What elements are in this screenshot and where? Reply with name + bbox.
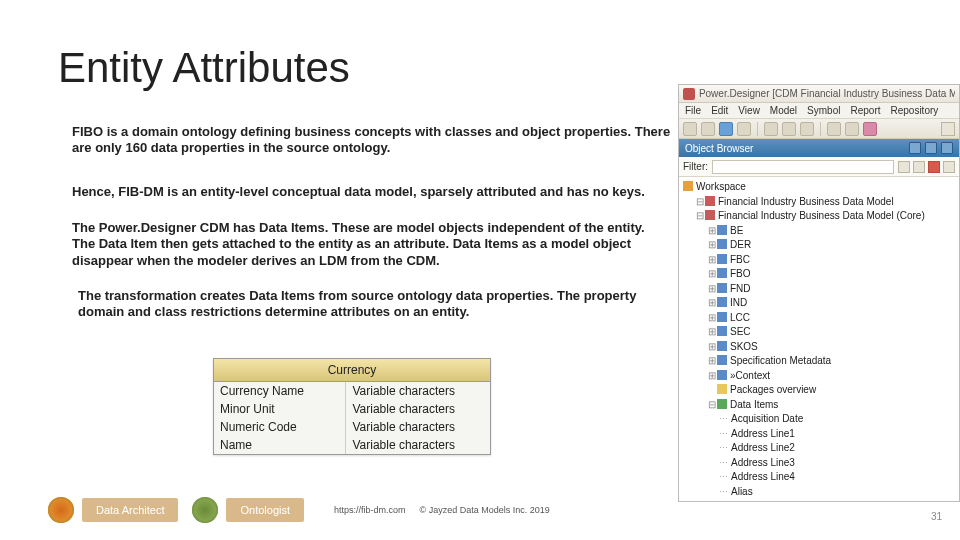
cut-icon[interactable] bbox=[764, 122, 778, 136]
copy-icon[interactable] bbox=[782, 122, 796, 136]
window-title: Power.Designer [CDM Financial Industry B… bbox=[699, 88, 955, 99]
new-icon[interactable] bbox=[683, 122, 697, 136]
footer-copyright: © Jayzed Data Models Inc. 2019 bbox=[420, 505, 550, 515]
role-data-architect: Data Architect bbox=[82, 498, 178, 522]
attr-type: Variable characters bbox=[346, 418, 490, 436]
package-icon bbox=[717, 283, 727, 293]
dropdown-icon[interactable] bbox=[925, 142, 937, 154]
tree-data-item[interactable]: Acquisition Date bbox=[681, 412, 957, 427]
currency-entity-table: Currency Currency Name Variable characte… bbox=[213, 358, 491, 455]
print-icon[interactable] bbox=[737, 122, 751, 136]
tree-package[interactable]: ⊞IND bbox=[681, 296, 957, 311]
attr-name: Name bbox=[214, 436, 346, 454]
tree-package[interactable]: ⊞FBO bbox=[681, 267, 957, 282]
menu-edit[interactable]: Edit bbox=[711, 105, 728, 116]
package-icon bbox=[717, 370, 727, 380]
filter-options-icon[interactable] bbox=[913, 161, 925, 173]
open-icon[interactable] bbox=[701, 122, 715, 136]
menu-view[interactable]: View bbox=[738, 105, 760, 116]
toolbar-separator bbox=[757, 122, 758, 136]
filter-apply-icon[interactable] bbox=[898, 161, 910, 173]
undo-icon[interactable] bbox=[827, 122, 841, 136]
window-titlebar: Power.Designer [CDM Financial Industry B… bbox=[679, 85, 959, 103]
object-tree[interactable]: Workspace ⊟Financial Industry Business D… bbox=[679, 177, 959, 501]
tree-package[interactable]: ⊞FND bbox=[681, 282, 957, 297]
menu-model[interactable]: Model bbox=[770, 105, 797, 116]
tree-data-item[interactable]: Alternative Language Local Name bbox=[681, 499, 957, 501]
footer-link: https://fib-dm.com bbox=[334, 505, 406, 515]
diagram-icon bbox=[717, 384, 727, 394]
tree-package[interactable]: ⊞BE bbox=[681, 224, 957, 239]
data-items-icon bbox=[717, 399, 727, 409]
save-icon[interactable] bbox=[719, 122, 733, 136]
package-icon bbox=[717, 355, 727, 365]
package-icon bbox=[717, 312, 727, 322]
role-ontologist: Ontologist bbox=[226, 498, 304, 522]
model-icon bbox=[705, 196, 715, 206]
close-icon[interactable] bbox=[941, 142, 953, 154]
attr-name: Numeric Code bbox=[214, 418, 346, 436]
table-row: Name Variable characters bbox=[214, 436, 490, 454]
paste-icon[interactable] bbox=[800, 122, 814, 136]
redo-icon[interactable] bbox=[845, 122, 859, 136]
data-architect-icon bbox=[48, 497, 74, 523]
filter-input[interactable] bbox=[712, 160, 894, 174]
attr-name: Currency Name bbox=[214, 382, 346, 400]
tree-package[interactable]: ⊞Specification Metadata bbox=[681, 354, 957, 369]
tree-model[interactable]: ⊟Financial Industry Business Data Model … bbox=[681, 209, 957, 224]
tree-package[interactable]: ⊞SEC bbox=[681, 325, 957, 340]
toolbar bbox=[679, 119, 959, 139]
tree-data-item[interactable]: Address Line2 bbox=[681, 441, 957, 456]
toolbar-separator bbox=[820, 122, 821, 136]
menu-file[interactable]: File bbox=[685, 105, 701, 116]
tree-data-item[interactable]: Address Line4 bbox=[681, 470, 957, 485]
tree-data-item[interactable]: Address Line1 bbox=[681, 427, 957, 442]
powerdesigner-window: Power.Designer [CDM Financial Industry B… bbox=[678, 84, 960, 502]
filter-bar: Filter: bbox=[679, 157, 959, 177]
tree-data-items[interactable]: ⊟Data Items bbox=[681, 398, 957, 413]
tree-data-item[interactable]: Address Line3 bbox=[681, 456, 957, 471]
package-icon bbox=[717, 297, 727, 307]
tree-package[interactable]: ⊞DER bbox=[681, 238, 957, 253]
workspace-icon bbox=[683, 181, 693, 191]
paragraph-4: The transformation creates Data Items fr… bbox=[78, 288, 658, 321]
toolbar-overflow-icon[interactable] bbox=[941, 122, 955, 136]
menubar[interactable]: File Edit View Model Symbol Report Repos… bbox=[679, 103, 959, 119]
package-icon bbox=[717, 326, 727, 336]
menu-repository[interactable]: Repository bbox=[890, 105, 938, 116]
table-row: Minor Unit Variable characters bbox=[214, 400, 490, 418]
page-number: 31 bbox=[931, 511, 942, 522]
table-row: Numeric Code Variable characters bbox=[214, 418, 490, 436]
find-icon[interactable] bbox=[863, 122, 877, 136]
attr-type: Variable characters bbox=[346, 400, 490, 418]
attr-name: Minor Unit bbox=[214, 400, 346, 418]
package-icon bbox=[717, 225, 727, 235]
attr-type: Variable characters bbox=[346, 436, 490, 454]
paragraph-1: FIBO is a domain ontology defining busin… bbox=[72, 124, 672, 157]
tree-model[interactable]: ⊟Financial Industry Business Data Model bbox=[681, 195, 957, 210]
package-icon bbox=[717, 254, 727, 264]
slide-title: Entity Attributes bbox=[58, 44, 350, 92]
tree-package[interactable]: ⊞»Context bbox=[681, 369, 957, 384]
tree-package[interactable]: ⊞LCC bbox=[681, 311, 957, 326]
ontologist-icon bbox=[192, 497, 218, 523]
paragraph-3: The Power.Designer CDM has Data Items. T… bbox=[72, 220, 662, 269]
tree-package[interactable]: ⊞SKOS bbox=[681, 340, 957, 355]
menu-symbol[interactable]: Symbol bbox=[807, 105, 840, 116]
object-browser-header: Object Browser bbox=[679, 139, 959, 157]
model-icon bbox=[705, 210, 715, 220]
filter-clear-icon[interactable] bbox=[928, 161, 940, 173]
attr-type: Variable characters bbox=[346, 382, 490, 400]
tree-root[interactable]: Workspace bbox=[681, 180, 957, 195]
package-icon bbox=[717, 341, 727, 351]
table-row: Currency Name Variable characters bbox=[214, 382, 490, 400]
package-icon bbox=[717, 268, 727, 278]
filter-refresh-icon[interactable] bbox=[943, 161, 955, 173]
pin-icon[interactable] bbox=[909, 142, 921, 154]
app-logo-icon bbox=[683, 88, 695, 100]
menu-report[interactable]: Report bbox=[850, 105, 880, 116]
tree-package[interactable]: ⊞FBC bbox=[681, 253, 957, 268]
tree-overview[interactable]: Packages overview bbox=[681, 383, 957, 398]
tree-data-item[interactable]: Alias bbox=[681, 485, 957, 500]
object-browser-title: Object Browser bbox=[685, 143, 753, 154]
